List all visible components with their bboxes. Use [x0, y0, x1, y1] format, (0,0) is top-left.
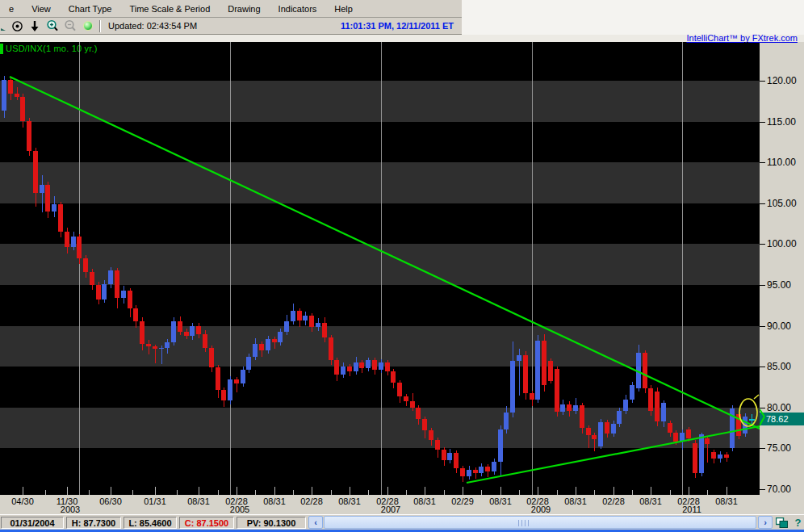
menu-item-drawing[interactable]: Drawing: [219, 0, 269, 17]
menu-item-view[interactable]: View: [23, 0, 60, 17]
window-background: [462, 0, 804, 35]
price-label: 90.00: [767, 320, 791, 332]
date-axis: 04/3011/30200306/3001/3108/3102/28200508…: [0, 495, 804, 514]
price-tick: [760, 122, 765, 123]
cropped-icon: [1, 19, 7, 33]
price-label: 110.00: [767, 157, 796, 168]
date-label: 08/31: [338, 496, 361, 506]
drawing-overlay: [0, 42, 760, 495]
date-label: 08/31: [489, 496, 512, 506]
status-panel-close: C: 87.1500: [179, 517, 234, 529]
menu-item-chart-type[interactable]: Chart Type: [60, 0, 121, 17]
status-panel-low: L: 85.4600: [124, 517, 177, 529]
date-label: 08/31: [564, 496, 587, 506]
trendline-arrowhead: [760, 408, 768, 432]
descending-resistance-trendline[interactable]: [10, 77, 760, 429]
price-label: 80.00: [767, 402, 791, 413]
price-tick: [760, 244, 765, 245]
toolbar-separator: [99, 20, 101, 32]
chart-plot-area[interactable]: USD/INX(1 mo. 10 yr.): [0, 42, 760, 495]
date-label: 08/31: [715, 496, 738, 506]
horizontal-scrollbar[interactable]: ‹ ›: [308, 516, 773, 529]
year-label: 2005: [230, 505, 249, 514]
toolbar: Updated: 02:43:54 PM 11:01:31 PM, 12/11/…: [0, 18, 462, 35]
price-tick: [760, 203, 765, 204]
year-label: 2007: [381, 505, 400, 514]
price-label: 85.00: [767, 361, 791, 372]
cascade-windows-icon[interactable]: [775, 516, 789, 529]
price-tick: [760, 448, 765, 449]
price-tick: [760, 367, 765, 367]
annotation-ellipse[interactable]: [739, 399, 757, 426]
clock-timestamp: 11:01:31 PM, 12/11/2011 ET: [341, 21, 454, 31]
down-arrow-icon[interactable]: [27, 19, 43, 33]
status-panel-pv: PV: 90.1300: [237, 517, 306, 529]
target-icon[interactable]: [9, 19, 25, 33]
price-tick: [760, 285, 765, 286]
ascending-support-trendline[interactable]: [467, 426, 760, 483]
date-label: 02/28: [300, 496, 323, 506]
menu-item-indicators[interactable]: Indicators: [270, 0, 326, 17]
status-bar: ‹ › ? 01/31/2004H: 87.7300L: 85.4600C: 8…: [0, 514, 804, 530]
intellichart-brand-link[interactable]: IntelliChart™ by FXtrek.com: [686, 33, 798, 43]
thumb-grip: [528, 520, 529, 526]
date-label: 06/30: [99, 496, 122, 506]
status-panel-date: 01/31/2004: [1, 517, 64, 529]
year-label: 2011: [682, 505, 701, 514]
thumb-grip: [521, 520, 522, 526]
zoom-in-icon[interactable]: [44, 19, 61, 33]
date-label: 08/31: [413, 496, 436, 506]
price-tick: [760, 489, 765, 490]
date-label: 04/30: [11, 496, 34, 506]
app-window: eViewChart TypeTime Scale & PeriodDrawin…: [0, 0, 804, 532]
green-orb-icon[interactable]: [80, 19, 96, 33]
price-axis: 120.00115.00110.00105.00100.0095.0090.00…: [760, 42, 804, 495]
price-tick: [760, 81, 765, 82]
menu-bar: eViewChart TypeTime Scale & PeriodDrawin…: [0, 0, 462, 18]
price-label: 120.00: [767, 75, 797, 86]
scroll-right-button[interactable]: ›: [758, 516, 773, 529]
year-label: 2009: [531, 505, 551, 514]
price-label: 95.00: [767, 279, 791, 291]
menu-item-e[interactable]: e: [0, 0, 23, 17]
date-label: 08/31: [187, 496, 210, 506]
date-label: 02/28: [602, 496, 625, 506]
menu-item-help[interactable]: Help: [325, 0, 362, 17]
zoom-out-icon[interactable]: [62, 19, 78, 33]
date-label: 01/31: [144, 496, 166, 506]
date-label: 08/31: [639, 496, 662, 506]
price-tick: [760, 326, 765, 327]
price-tick: [760, 162, 765, 163]
updated-timestamp: Updated: 02:43:54 PM: [105, 21, 197, 31]
thumb-grip: [525, 520, 526, 526]
price-label: 105.00: [767, 198, 797, 209]
date-label: 02/29: [451, 496, 474, 506]
price-label: 115.00: [767, 116, 796, 128]
price-label: 70.00: [767, 484, 791, 495]
help-icon[interactable]: ?: [791, 516, 804, 529]
scrollbar-thumb[interactable]: [324, 516, 756, 529]
annotation-stroke: [754, 395, 759, 399]
price-label: 75.00: [767, 442, 791, 454]
price-label: 100.00: [767, 238, 797, 249]
menu-item-time-scale-period[interactable]: Time Scale & Period: [120, 0, 219, 17]
status-panel-high: H: 87.7300: [66, 517, 121, 529]
year-label: 2003: [61, 505, 80, 514]
scroll-left-button[interactable]: ‹: [308, 516, 323, 529]
brand-strip: [0, 35, 804, 42]
thumb-grip: [518, 520, 519, 526]
date-label: 08/31: [263, 496, 286, 506]
